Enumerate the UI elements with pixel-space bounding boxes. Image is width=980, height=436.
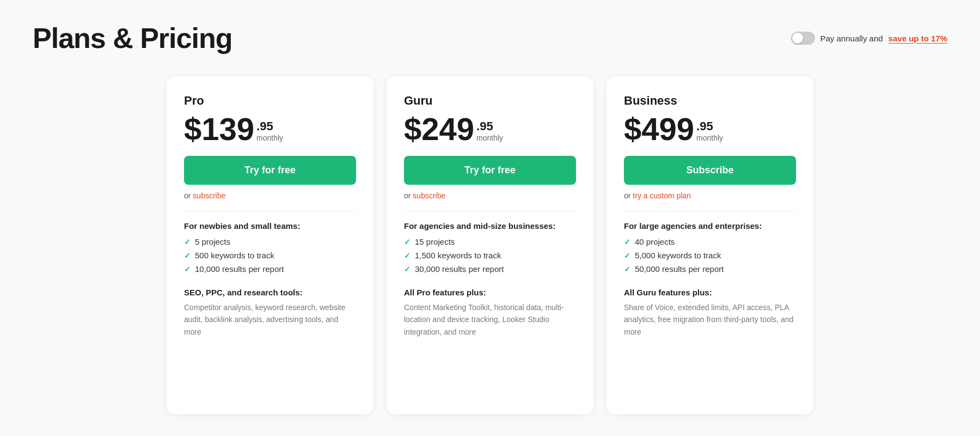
price-main-pro: $139	[184, 113, 254, 145]
divider-business	[624, 211, 796, 211]
divider-guru	[404, 211, 576, 211]
cta-button-business[interactable]: Subscribe	[624, 156, 796, 185]
feature-item: ✓ 15 projects	[404, 237, 576, 246]
page-title: Plans & Pricing	[33, 22, 232, 55]
feature-item: ✓ 5,000 keywords to track	[624, 251, 796, 260]
or-link-guru[interactable]: subscribe	[413, 191, 445, 200]
check-icon: ✓	[404, 251, 411, 260]
check-icon: ✓	[184, 265, 191, 274]
price-row-guru: $249 .95 monthly	[404, 113, 576, 145]
price-details-guru: .95 monthly	[476, 119, 503, 145]
check-icon: ✓	[624, 238, 630, 246]
plan-name-business: Business	[624, 94, 796, 108]
page-header: Plans & Pricing Pay annually and save up…	[33, 22, 947, 55]
plan-card-guru: Guru $249 .95 monthly Try for free or su…	[387, 76, 593, 414]
feature-text: 5,000 keywords to track	[635, 251, 721, 260]
section-title-business: All Guru features plus:	[624, 288, 796, 297]
price-period-pro: monthly	[256, 134, 283, 143]
check-icon: ✓	[184, 251, 191, 260]
section-title-pro: SEO, PPC, and research tools:	[184, 288, 356, 297]
feature-text: 5 projects	[195, 237, 230, 246]
feature-item: ✓ 500 keywords to track	[184, 251, 356, 260]
check-icon: ✓	[624, 265, 630, 274]
plan-card-business: Business $499 .95 monthly Subscribe or t…	[607, 76, 813, 414]
check-icon: ✓	[404, 265, 411, 274]
check-icon: ✓	[624, 251, 630, 260]
price-cents-pro: .95	[256, 119, 283, 134]
or-line-pro: or subscribe	[184, 191, 356, 200]
plan-name-guru: Guru	[404, 94, 576, 108]
feature-item: ✓ 30,000 results per report	[404, 264, 576, 274]
price-row-pro: $139 .95 monthly	[184, 113, 356, 145]
price-main-guru: $249	[404, 113, 474, 145]
or-link-pro[interactable]: subscribe	[193, 191, 225, 200]
check-icon: ✓	[184, 238, 191, 246]
feature-item: ✓ 5 projects	[184, 237, 356, 246]
feature-text: 50,000 results per report	[635, 264, 724, 274]
price-cents-guru: .95	[476, 119, 503, 134]
save-text: save up to 17%	[889, 34, 947, 43]
features-list-guru: ✓ 15 projects ✓ 1,500 keywords to track …	[404, 237, 576, 278]
section-desc-business: Share of Voice, extended limits, API acc…	[624, 301, 796, 338]
for-text-pro: For newbies and small teams:	[184, 221, 356, 231]
divider-pro	[184, 211, 356, 211]
price-cents-business: .95	[696, 119, 723, 134]
price-period-business: monthly	[696, 134, 723, 143]
check-icon: ✓	[404, 238, 411, 246]
or-line-guru: or subscribe	[404, 191, 576, 200]
feature-text: 500 keywords to track	[195, 251, 274, 260]
feature-item: ✓ 10,000 results per report	[184, 264, 356, 274]
price-main-business: $499	[624, 113, 694, 145]
feature-item: ✓ 50,000 results per report	[624, 264, 796, 274]
feature-text: 1,500 keywords to track	[415, 251, 501, 260]
price-details-business: .95 monthly	[696, 119, 723, 145]
plan-name-pro: Pro	[184, 94, 356, 108]
for-text-guru: For agencies and mid-size businesses:	[404, 221, 576, 231]
features-list-pro: ✓ 5 projects ✓ 500 keywords to track ✓ 1…	[184, 237, 356, 278]
section-desc-pro: Competitor analysis, keyword research, w…	[184, 301, 356, 338]
toggle-knob	[792, 33, 803, 44]
feature-text: 10,000 results per report	[195, 264, 284, 274]
feature-item: ✓ 1,500 keywords to track	[404, 251, 576, 260]
billing-label: Pay annually and	[820, 34, 883, 43]
feature-text: 40 projects	[635, 237, 675, 246]
annual-billing-toggle[interactable]	[791, 32, 815, 45]
for-text-business: For large agencies and enterprises:	[624, 221, 796, 231]
plan-card-pro: Pro $139 .95 monthly Try for free or sub…	[167, 76, 373, 414]
feature-text: 30,000 results per report	[415, 264, 504, 274]
or-line-business: or try a custom plan	[624, 191, 796, 200]
price-details-pro: .95 monthly	[256, 119, 283, 145]
price-row-business: $499 .95 monthly	[624, 113, 796, 145]
section-title-guru: All Pro features plus:	[404, 288, 576, 297]
features-list-business: ✓ 40 projects ✓ 5,000 keywords to track …	[624, 237, 796, 278]
cta-button-guru[interactable]: Try for free	[404, 156, 576, 185]
section-desc-guru: Content Marketing Toolkit, historical da…	[404, 301, 576, 338]
billing-toggle-area: Pay annually and save up to 17%	[791, 32, 947, 45]
price-period-guru: monthly	[476, 134, 503, 143]
cta-button-pro[interactable]: Try for free	[184, 156, 356, 185]
plans-container: Pro $139 .95 monthly Try for free or sub…	[33, 76, 947, 414]
feature-text: 15 projects	[415, 237, 455, 246]
feature-item: ✓ 40 projects	[624, 237, 796, 246]
or-link-business[interactable]: try a custom plan	[633, 191, 691, 200]
